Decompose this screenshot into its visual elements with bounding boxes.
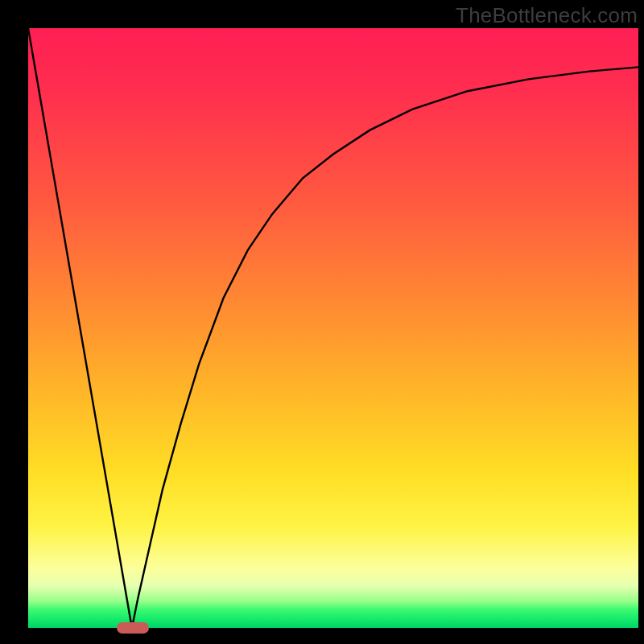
watermark-text: TheBottleneck.com xyxy=(456,3,638,28)
plot-area xyxy=(28,28,638,644)
minimum-marker-pill xyxy=(117,622,149,634)
left-descent-line xyxy=(28,28,132,628)
right-curve-line xyxy=(132,67,638,628)
chart-frame: TheBottleneck.com xyxy=(0,0,644,644)
curve-layer xyxy=(28,28,638,628)
